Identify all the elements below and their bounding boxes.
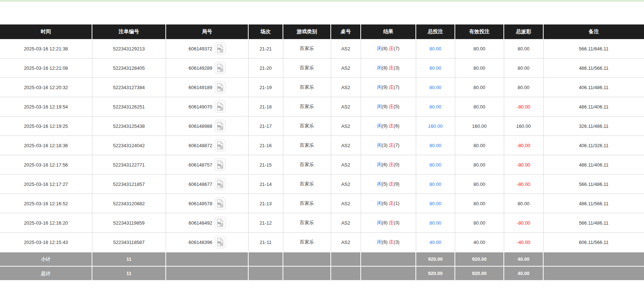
result-player-label: 闲 bbox=[377, 201, 382, 206]
result-banker-label: 庄 bbox=[389, 65, 394, 70]
table-footer: 小计 11 920.00 920.00 40.00 总计 11 920.00 9… bbox=[0, 252, 644, 280]
top-accent-bar bbox=[0, 0, 644, 1]
video-replay-button[interactable] bbox=[215, 120, 226, 132]
cell-round-id: 606149070 bbox=[166, 97, 248, 117]
cell-time: 2025-03-16 12:19:25 bbox=[0, 117, 92, 136]
video-replay-button[interactable] bbox=[215, 236, 226, 248]
cell-total-bet[interactable]: 80.00 bbox=[416, 194, 455, 213]
video-replay-button[interactable] bbox=[215, 81, 226, 93]
cell-total-bet[interactable]: 80.00 bbox=[416, 78, 455, 97]
cell-total-bet[interactable]: 40.00 bbox=[416, 233, 455, 252]
cell-payout: 160.00 bbox=[504, 117, 543, 136]
cell-game-type: 百家乐 bbox=[283, 136, 331, 155]
cell-remark: 486.11/406.11 bbox=[543, 155, 644, 175]
result-banker-score: (3) bbox=[394, 65, 399, 70]
grand-total-total-bet: 920.00 bbox=[416, 266, 455, 280]
column-header-game-type: 游戏类别 bbox=[283, 24, 331, 39]
result-banker-label: 庄 bbox=[389, 84, 394, 90]
cell-result: 闲(8) 庄(7) bbox=[361, 39, 416, 58]
result-banker-score: (9) bbox=[394, 181, 399, 187]
round-id-text: 606148872 bbox=[188, 143, 212, 148]
result-player-label: 闲 bbox=[377, 142, 382, 148]
cell-remark: 566.11/646.11 bbox=[543, 39, 644, 58]
result-player-score: (9) bbox=[382, 104, 388, 109]
video-replay-button[interactable] bbox=[215, 217, 226, 229]
cell-total-bet[interactable]: 80.00 bbox=[416, 58, 455, 78]
cell-payout: -80.00 bbox=[504, 97, 543, 117]
empty-cell bbox=[331, 266, 361, 280]
empty-cell bbox=[248, 252, 283, 266]
cell-remark: 406.11/326.11 bbox=[543, 136, 644, 155]
cell-payout: -80.00 bbox=[504, 175, 543, 194]
cell-round-id: 606149289 bbox=[166, 58, 248, 78]
result-banker-label: 庄 bbox=[389, 46, 394, 51]
cell-round-id: 606148677 bbox=[166, 175, 248, 194]
cell-time: 2025-03-16 12:21:08 bbox=[0, 58, 92, 78]
cell-total-bet[interactable]: 80.00 bbox=[416, 39, 455, 58]
cell-total-bet[interactable]: 80.00 bbox=[416, 175, 455, 194]
result-player-score: (8) bbox=[382, 46, 388, 51]
cell-payout: -80.00 bbox=[504, 213, 543, 233]
cell-bet-id: 522343121857 bbox=[92, 175, 166, 194]
result-player-label: 闲 bbox=[377, 65, 382, 70]
cell-valid-bet: 80.00 bbox=[455, 78, 504, 97]
column-header-time: 时间 bbox=[0, 24, 92, 39]
video-replay-button[interactable] bbox=[215, 62, 226, 74]
empty-cell bbox=[543, 252, 644, 266]
cell-payout: -80.00 bbox=[504, 136, 543, 155]
cell-game-type: 百家乐 bbox=[283, 39, 331, 58]
video-icon bbox=[216, 218, 224, 227]
video-icon bbox=[216, 141, 224, 150]
cell-bet-id: 522343119859 bbox=[92, 213, 166, 233]
column-header-round-id: 局号 bbox=[166, 24, 248, 39]
cell-bet-id: 522343126251 bbox=[92, 97, 166, 117]
cell-remark: 406.11/486.11 bbox=[543, 78, 644, 97]
video-replay-button[interactable] bbox=[215, 100, 226, 113]
cell-time: 2025-03-16 12:21:38 bbox=[0, 39, 92, 58]
cell-game-type: 百家乐 bbox=[283, 78, 331, 97]
cell-bet-id: 522343127384 bbox=[92, 78, 166, 97]
result-banker-score: (1) bbox=[394, 201, 399, 206]
cell-valid-bet: 80.00 bbox=[455, 136, 504, 155]
cell-time: 2025-03-16 12:20:32 bbox=[0, 78, 92, 97]
cell-total-bet[interactable]: 80.00 bbox=[416, 136, 455, 155]
video-replay-button[interactable] bbox=[215, 139, 226, 152]
subtotal-payout: 40.00 bbox=[504, 252, 543, 266]
cell-time: 2025-03-16 12:18:36 bbox=[0, 136, 92, 155]
cell-game-type: 百家乐 bbox=[283, 155, 331, 175]
result-banker-score: (7) bbox=[394, 46, 399, 51]
cell-bet-id: 522343125438 bbox=[92, 117, 166, 136]
cell-time: 2025-03-16 12:16:20 bbox=[0, 213, 92, 233]
result-banker-score: (7) bbox=[394, 142, 399, 148]
cell-total-bet[interactable]: 80.00 bbox=[416, 97, 455, 117]
video-replay-button[interactable] bbox=[215, 197, 226, 210]
cell-result: 闲(6) 庄(1) bbox=[361, 194, 416, 213]
cell-session: 21-18 bbox=[248, 97, 283, 117]
empty-cell bbox=[166, 252, 248, 266]
cell-total-bet[interactable]: 160.00 bbox=[416, 117, 455, 136]
column-header-payout: 总派彩 bbox=[504, 24, 543, 39]
result-banker-score: (0) bbox=[394, 162, 399, 167]
video-replay-button[interactable] bbox=[215, 159, 226, 171]
result-player-score: (8) bbox=[382, 65, 388, 70]
video-replay-button[interactable] bbox=[215, 178, 226, 190]
cell-remark: 566.11/486.11 bbox=[543, 175, 644, 194]
column-header-table-no: 桌号 bbox=[331, 24, 361, 39]
cell-session: 21-16 bbox=[248, 136, 283, 155]
table-row: 2025-03-16 12:21:38 522343129213 6061493… bbox=[0, 39, 644, 58]
video-icon bbox=[216, 122, 224, 130]
video-replay-button[interactable] bbox=[215, 42, 226, 55]
cell-total-bet[interactable]: 80.00 bbox=[416, 213, 455, 233]
cell-total-bet[interactable]: 80.00 bbox=[416, 155, 455, 175]
video-icon bbox=[216, 160, 224, 169]
cell-remark: 606.11/566.11 bbox=[543, 233, 644, 252]
cell-game-type: 百家乐 bbox=[283, 58, 331, 78]
cell-bet-id: 522343122771 bbox=[92, 155, 166, 175]
result-player-score: (3) bbox=[382, 142, 388, 148]
subtotal-valid-bet: 920.00 bbox=[455, 252, 504, 266]
cell-bet-id: 522343124042 bbox=[92, 136, 166, 155]
result-player-score: (9) bbox=[382, 84, 388, 90]
result-banker-score: (3) bbox=[394, 220, 399, 225]
cell-time: 2025-03-16 12:19:54 bbox=[0, 97, 92, 117]
result-banker-score: (7) bbox=[394, 84, 399, 90]
